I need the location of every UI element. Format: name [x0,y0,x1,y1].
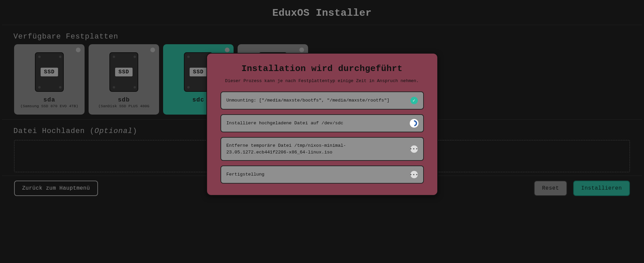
pending-icon: ••• [410,171,418,178]
install-step: Installiere hochgeladene Datei auf /dev/… [220,114,424,132]
install-progress-modal: Installation wird durchgeführt Dieser Pr… [206,53,438,196]
spinner-icon [410,120,418,127]
modal-title: Installation wird durchgeführt [220,64,424,74]
pending-icon: ••• [410,145,418,153]
install-step: Fertigstellung ••• [220,166,424,184]
install-step: Unmounting: ["/media/maxste/bootfs", "/m… [220,91,424,110]
install-step-text: Fertigstellung [227,171,406,178]
check-icon: ✓ [410,97,418,104]
modal-subtitle: Dieser Prozess kann je nach Festplattent… [220,78,424,83]
installer-page: EduxOS Installer Verfügbare Festplatten … [0,0,644,263]
modal-overlay: Installation wird durchgeführt Dieser Pr… [0,0,644,263]
install-step-text: Entferne temporäre Datei /tmp/nixos-mini… [227,142,406,155]
install-step-text: Installiere hochgeladene Datei auf /dev/… [227,120,406,127]
install-step-text: Unmounting: ["/media/maxste/bootfs", "/m… [227,97,406,104]
install-step: Entferne temporäre Datei /tmp/nixos-mini… [220,137,424,161]
